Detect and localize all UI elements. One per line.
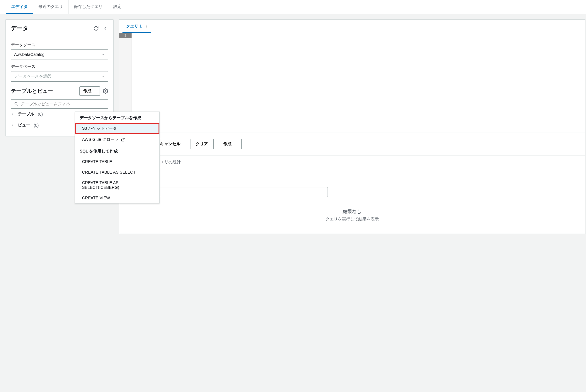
tree-views-label: ビュー xyxy=(18,123,30,128)
caret-down-icon xyxy=(101,75,105,78)
empty-subtitle: クエリを実行して結果を表示 xyxy=(126,217,579,222)
sidebar-header: データ xyxy=(6,20,113,37)
editor-textarea[interactable] xyxy=(132,33,585,133)
svg-line-2 xyxy=(17,105,18,106)
query-panel: クエリ 1 ⋮ 1 plain キャンセル クリア 作成 xyxy=(119,19,585,155)
create-dropdown: データソースからテーブルを作成 S3 バケットデータ AWS Glue クローラ… xyxy=(75,112,160,203)
dd-item-s3-bucket[interactable]: S3 バケットデータ xyxy=(75,123,159,134)
results-empty-state: 結果なし クエリを実行して結果を表示 xyxy=(126,197,579,222)
datasource-select[interactable]: AwsDataCatalog xyxy=(11,49,108,59)
results-search-input[interactable] xyxy=(135,190,325,194)
tab-recent-queries[interactable]: 最近のクエリ xyxy=(33,0,69,14)
tables-views-header: テーブルとビュー 作成 xyxy=(11,86,108,96)
datasource-value: AwsDataCatalog xyxy=(14,52,45,57)
tab-editor[interactable]: エディタ xyxy=(6,0,33,14)
tables-views-search-input[interactable] xyxy=(21,102,105,106)
dd-item-glue-label: AWS Glue クローラ xyxy=(82,137,119,142)
sql-editor: 1 xyxy=(119,33,585,133)
svg-point-1 xyxy=(15,102,17,105)
database-placeholder: データベースを選択 xyxy=(14,74,51,79)
collapse-icon[interactable] xyxy=(103,26,108,31)
dd-item-create-view[interactable]: CREATE VIEW xyxy=(75,193,159,203)
dd-item-create-table[interactable]: CREATE TABLE xyxy=(75,156,159,167)
database-select[interactable]: データベースを選択 xyxy=(11,71,108,82)
results-body: 結果 結果なし クエリを実行して結果を表示 xyxy=(119,168,585,234)
tables-views-title: テーブルとビュー xyxy=(11,88,53,95)
create-button-label: 作成 xyxy=(83,88,91,94)
svg-line-6 xyxy=(122,138,124,140)
external-link-icon xyxy=(121,138,125,142)
tab-settings[interactable]: 設定 xyxy=(108,0,127,14)
create-query-button[interactable]: 作成 xyxy=(218,139,242,149)
dd-item-ctas[interactable]: CREATE TABLE AS SELECT xyxy=(75,167,159,177)
tree-tables-count: (0) xyxy=(38,112,43,117)
tables-views-search[interactable] xyxy=(11,99,108,109)
query-tab-1[interactable]: クエリ 1 ⋮ xyxy=(122,20,151,33)
clear-button[interactable]: クリア xyxy=(190,139,214,149)
database-label: データベース xyxy=(11,64,108,69)
create-button[interactable]: 作成 xyxy=(79,86,100,96)
query-tab-label: クエリ 1 xyxy=(126,24,142,29)
tab-menu-icon[interactable]: ⋮ xyxy=(144,24,148,29)
sidebar-title: データ xyxy=(11,24,28,32)
tree-tables-label: テーブル xyxy=(18,112,34,117)
caret-down-icon xyxy=(233,143,236,145)
caret-down-icon xyxy=(101,53,105,56)
tab-saved-queries[interactable]: 保存したクエリ xyxy=(69,0,108,14)
dd-section-datasource: データソースからテーブルを作成 xyxy=(75,112,159,123)
top-tabs: エディタ 最近のクエリ 保存したクエリ 設定 xyxy=(0,0,586,14)
dd-item-ctas-iceberg[interactable]: CREATE TABLE AS SELECT(ICEBERG) xyxy=(75,177,159,193)
content: データ データソース AwsDataCatalog データベース データベースを… xyxy=(0,14,586,234)
main-panel: クエリ 1 ⋮ 1 plain キャンセル クリア 作成 xyxy=(119,19,586,234)
caret-right-icon xyxy=(11,124,14,127)
gear-icon[interactable] xyxy=(103,88,108,94)
create-query-label: 作成 xyxy=(223,141,231,147)
caret-right-icon xyxy=(11,113,14,116)
dd-item-glue-crawler[interactable]: AWS Glue クローラ xyxy=(75,134,159,145)
line-number: 1 xyxy=(119,33,132,38)
query-action-bar: plain キャンセル クリア 作成 xyxy=(119,133,585,155)
dd-section-sql: SQL を使用して作成 xyxy=(75,145,159,156)
results-panel: クエリの統計 結果 結果なし クエリを実行して結果を表示 xyxy=(119,155,585,234)
datasource-label: データソース xyxy=(11,42,108,48)
results-heading: 結果 xyxy=(126,174,579,182)
tree-views-count: (0) xyxy=(34,123,39,128)
svg-point-0 xyxy=(105,90,106,92)
caret-up-icon xyxy=(93,90,96,93)
result-tabs: クエリの統計 xyxy=(119,155,585,168)
query-tabs: クエリ 1 ⋮ xyxy=(119,20,585,33)
refresh-icon[interactable] xyxy=(93,26,99,31)
empty-title: 結果なし xyxy=(126,209,579,215)
search-icon xyxy=(14,102,18,106)
